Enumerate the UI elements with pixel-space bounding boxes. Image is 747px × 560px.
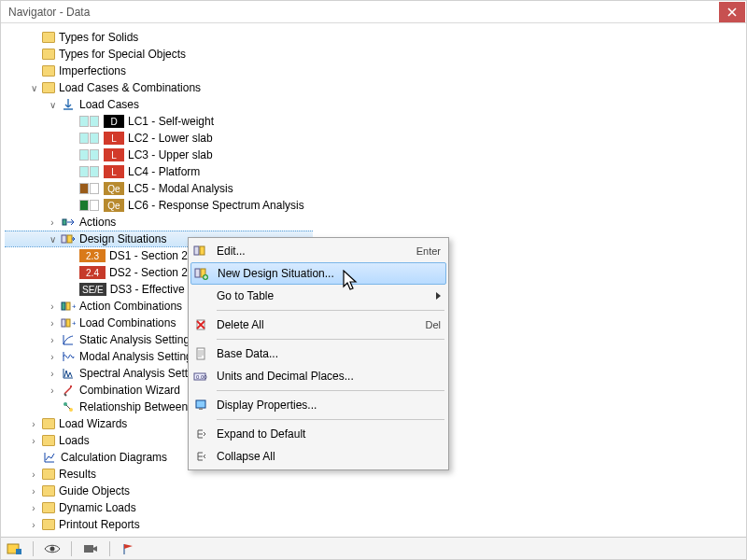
tree-label: Printout Reports	[59, 518, 146, 531]
tree-item[interactable]: Qe LC6 - Response Spectrum Analysis	[5, 197, 746, 214]
menu-delete-all[interactable]: Delete All Del	[189, 314, 448, 336]
edit-icon	[192, 243, 209, 259]
tree-item[interactable]: Qe LC5 - Modal Analysis	[5, 180, 746, 197]
toolbar-separator	[71, 541, 72, 556]
submenu-arrow-icon	[436, 292, 441, 300]
expand-toggle[interactable]: ›	[46, 216, 59, 229]
folder-icon	[42, 82, 55, 93]
tree-item[interactable]: ▶ Types for Solids	[5, 29, 746, 46]
tree-label: Dynamic Loads	[59, 501, 142, 514]
tree-label: Combination Wizard	[79, 384, 186, 397]
lc-color-boxes	[79, 133, 100, 144]
expand-toggle[interactable]: ›	[27, 501, 40, 514]
eye-tab-icon[interactable]	[43, 540, 62, 557]
collapse-icon	[192, 448, 209, 465]
expand-toggle[interactable]: ›	[27, 518, 40, 531]
lc-tag: L	[104, 165, 124, 178]
tree-label: Design Situations	[79, 232, 172, 245]
expand-toggle[interactable]: ›	[46, 300, 59, 313]
menu-expand-default[interactable]: Expand to Default	[189, 423, 448, 445]
tree-item[interactable]: ▶ Types for Special Objects	[5, 46, 746, 63]
expand-toggle[interactable]: ›	[27, 484, 40, 497]
folder-icon	[42, 49, 55, 60]
tree-label: LC1 - Self-weight	[128, 115, 219, 128]
menu-new-design-situation[interactable]: New Design Situation...	[190, 262, 446, 285]
menu-collapse-all[interactable]: Collapse All	[189, 445, 448, 468]
tree-label: Load Combinations	[79, 316, 181, 329]
actions-icon	[61, 216, 76, 229]
close-button[interactable]	[719, 2, 745, 22]
svg-rect-2	[67, 235, 72, 243]
expand-toggle[interactable]: ›	[46, 316, 59, 329]
expand-toggle[interactable]: ›	[46, 367, 59, 380]
expand-toggle[interactable]: ›	[46, 350, 59, 363]
tree-label: Static Analysis Settings	[79, 333, 201, 346]
menu-separator	[217, 339, 444, 340]
lc-tag: L	[104, 132, 124, 145]
menu-go-to-table[interactable]: Go to Table	[189, 285, 448, 307]
folder-icon	[42, 32, 55, 43]
expand-toggle[interactable]: ›	[27, 468, 40, 481]
expand-toggle[interactable]: ›	[27, 417, 40, 430]
lc-color-boxes	[79, 116, 100, 127]
svg-rect-6	[62, 319, 65, 327]
lc-color-boxes	[79, 183, 100, 194]
data-tab-icon[interactable]	[5, 540, 23, 557]
tree-label: Action Combinations	[79, 300, 188, 313]
load-cases-icon	[61, 98, 76, 111]
expand-toggle[interactable]: ›	[46, 384, 59, 397]
menu-edit[interactable]: Edit... Enter	[189, 240, 448, 262]
tree-item[interactable]: › Guide Objects	[5, 483, 746, 499]
tree-item[interactable]: D LC1 - Self-weight	[5, 113, 746, 130]
lc-tag: L	[104, 148, 124, 161]
svg-rect-1	[62, 235, 66, 243]
delete-icon	[192, 316, 209, 333]
lc-color-boxes	[79, 200, 100, 211]
expand-toggle[interactable]: ∨	[46, 98, 59, 111]
titlebar: Navigator - Data	[1, 1, 746, 23]
ds-tag: 2.4	[79, 266, 106, 279]
tree-label: Load Wizards	[59, 417, 133, 430]
bottom-toolbar	[1, 537, 746, 559]
svg-rect-12	[200, 246, 204, 255]
lc-color-boxes	[79, 149, 100, 161]
camera-tab-icon[interactable]	[81, 540, 100, 557]
tree-item[interactable]: ∨ Load Cases	[5, 96, 746, 113]
tree-item[interactable]: ∨ Load Cases & Combinations	[5, 79, 746, 96]
svg-point-24	[50, 546, 55, 551]
ds-tag: SE/E	[79, 283, 106, 296]
menu-units[interactable]: 0,00 Units and Decimal Places...	[189, 365, 448, 387]
tree-item[interactable]: › Actions	[5, 214, 746, 231]
svg-rect-0	[63, 219, 66, 225]
tree-label: LC4 - Platform	[128, 165, 205, 178]
svg-rect-20	[196, 400, 205, 408]
expand-toggle[interactable]: ›	[46, 333, 59, 346]
tree-label: Modal Analysis Settings	[79, 350, 204, 363]
tree-item[interactable]: ▶ Imperfections	[5, 63, 746, 79]
tree-label: Types for Solids	[59, 31, 144, 44]
expand-toggle[interactable]: ∨	[27, 81, 40, 94]
svg-rect-11	[194, 246, 199, 255]
tree-label: Calculation Diagrams	[61, 451, 173, 464]
expand-toggle[interactable]: ∨	[46, 232, 59, 245]
tree-item[interactable]: L LC3 - Upper slab	[5, 147, 746, 163]
lc-tag: Qe	[104, 182, 124, 195]
svg-text:+: +	[72, 302, 76, 311]
tree-label: Imperfections	[59, 64, 132, 77]
tree-item[interactable]: L LC4 - Platform	[5, 163, 746, 180]
relationship-icon	[61, 400, 76, 413]
tree-label: Actions	[79, 216, 121, 229]
flag-tab-icon[interactable]	[120, 540, 138, 557]
menu-display-properties[interactable]: Display Properties...	[189, 394, 448, 416]
document-icon	[192, 345, 209, 362]
expand-toggle[interactable]: ›	[27, 434, 40, 447]
toolbar-separator	[33, 541, 34, 556]
tree-item[interactable]: › Dynamic Loads	[5, 499, 746, 516]
folder-icon	[42, 519, 55, 530]
tree-item[interactable]: L LC2 - Lower slab	[5, 130, 746, 147]
folder-icon	[42, 502, 55, 513]
tree-item[interactable]: › Printout Reports	[5, 516, 746, 533]
folder-icon	[42, 469, 55, 480]
svg-text:+: +	[72, 319, 76, 328]
menu-base-data[interactable]: Base Data...	[189, 343, 448, 365]
